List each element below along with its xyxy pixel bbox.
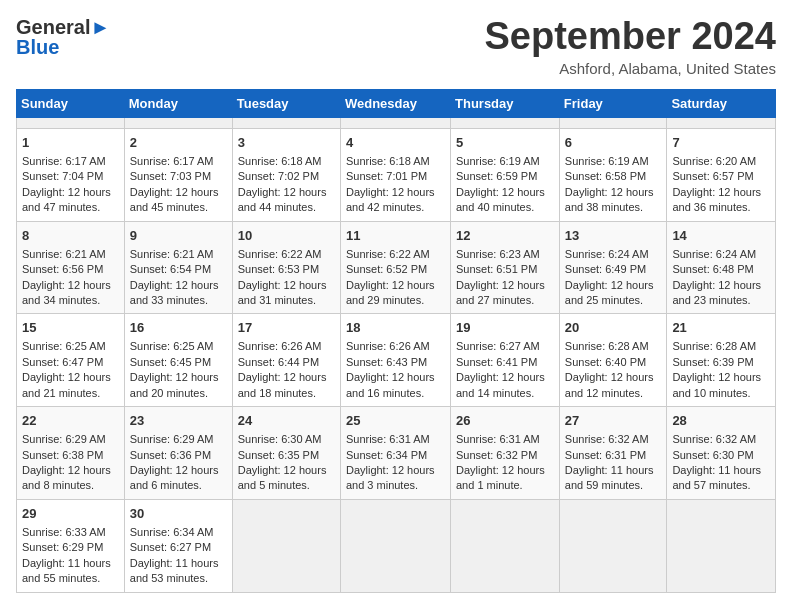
day-number: 14	[672, 227, 770, 245]
page-header: General► Blue September 2024 Ashford, Al…	[16, 16, 776, 77]
calendar-cell: 13Sunrise: 6:24 AMSunset: 6:49 PMDayligh…	[559, 221, 667, 314]
day-info: Sunset: 6:35 PM	[238, 448, 335, 463]
location-subtitle: Ashford, Alabama, United States	[485, 60, 777, 77]
day-number: 18	[346, 319, 445, 337]
day-info: Daylight: 12 hours and 44 minutes.	[238, 185, 335, 216]
day-info: Daylight: 12 hours and 27 minutes.	[456, 278, 554, 309]
day-number: 19	[456, 319, 554, 337]
day-info: Sunset: 6:54 PM	[130, 262, 227, 277]
calendar-cell	[340, 117, 450, 128]
day-number: 9	[130, 227, 227, 245]
calendar-cell	[17, 117, 125, 128]
calendar-cell: 7Sunrise: 6:20 AMSunset: 6:57 PMDaylight…	[667, 128, 776, 221]
day-info: Sunrise: 6:29 AM	[22, 432, 119, 447]
calendar-header: SundayMondayTuesdayWednesdayThursdayFrid…	[17, 89, 776, 117]
calendar-cell: 17Sunrise: 6:26 AMSunset: 6:44 PMDayligh…	[232, 314, 340, 407]
day-info: Sunrise: 6:30 AM	[238, 432, 335, 447]
day-number: 5	[456, 134, 554, 152]
day-number: 17	[238, 319, 335, 337]
day-info: Daylight: 12 hours and 10 minutes.	[672, 370, 770, 401]
calendar-cell	[667, 499, 776, 592]
day-info: Daylight: 12 hours and 5 minutes.	[238, 463, 335, 494]
day-info: Sunset: 6:53 PM	[238, 262, 335, 277]
day-info: Sunrise: 6:26 AM	[238, 339, 335, 354]
calendar-cell: 9Sunrise: 6:21 AMSunset: 6:54 PMDaylight…	[124, 221, 232, 314]
day-info: Daylight: 12 hours and 6 minutes.	[130, 463, 227, 494]
day-info: Daylight: 12 hours and 36 minutes.	[672, 185, 770, 216]
day-info: Daylight: 11 hours and 57 minutes.	[672, 463, 770, 494]
calendar-cell: 25Sunrise: 6:31 AMSunset: 6:34 PMDayligh…	[340, 407, 450, 500]
day-info: Sunrise: 6:26 AM	[346, 339, 445, 354]
day-info: Sunrise: 6:24 AM	[565, 247, 662, 262]
calendar-cell: 30Sunrise: 6:34 AMSunset: 6:27 PMDayligh…	[124, 499, 232, 592]
day-info: Sunrise: 6:34 AM	[130, 525, 227, 540]
day-info: Sunrise: 6:31 AM	[346, 432, 445, 447]
day-info: Daylight: 12 hours and 29 minutes.	[346, 278, 445, 309]
day-info: Sunrise: 6:32 AM	[672, 432, 770, 447]
calendar-cell: 27Sunrise: 6:32 AMSunset: 6:31 PMDayligh…	[559, 407, 667, 500]
day-info: Sunset: 6:38 PM	[22, 448, 119, 463]
day-info: Daylight: 12 hours and 34 minutes.	[22, 278, 119, 309]
col-header-tuesday: Tuesday	[232, 89, 340, 117]
day-info: Daylight: 12 hours and 8 minutes.	[22, 463, 119, 494]
col-header-friday: Friday	[559, 89, 667, 117]
day-number: 1	[22, 134, 119, 152]
week-row-2: 8Sunrise: 6:21 AMSunset: 6:56 PMDaylight…	[17, 221, 776, 314]
day-info: Sunrise: 6:25 AM	[130, 339, 227, 354]
day-info: Sunrise: 6:23 AM	[456, 247, 554, 262]
col-header-monday: Monday	[124, 89, 232, 117]
day-number: 7	[672, 134, 770, 152]
day-info: Sunset: 6:57 PM	[672, 169, 770, 184]
calendar-cell	[451, 117, 560, 128]
day-number: 24	[238, 412, 335, 430]
week-row-5: 29Sunrise: 6:33 AMSunset: 6:29 PMDayligh…	[17, 499, 776, 592]
day-number: 2	[130, 134, 227, 152]
day-number: 11	[346, 227, 445, 245]
day-info: Sunrise: 6:19 AM	[565, 154, 662, 169]
day-info: Daylight: 12 hours and 25 minutes.	[565, 278, 662, 309]
day-info: Daylight: 12 hours and 16 minutes.	[346, 370, 445, 401]
day-info: Sunrise: 6:22 AM	[346, 247, 445, 262]
calendar-cell: 1Sunrise: 6:17 AMSunset: 7:04 PMDaylight…	[17, 128, 125, 221]
calendar-cell: 18Sunrise: 6:26 AMSunset: 6:43 PMDayligh…	[340, 314, 450, 407]
calendar-cell	[451, 499, 560, 592]
day-info: Sunrise: 6:25 AM	[22, 339, 119, 354]
day-info: Sunrise: 6:28 AM	[565, 339, 662, 354]
day-number: 8	[22, 227, 119, 245]
day-info: Sunset: 6:49 PM	[565, 262, 662, 277]
day-info: Daylight: 12 hours and 12 minutes.	[565, 370, 662, 401]
calendar-cell: 24Sunrise: 6:30 AMSunset: 6:35 PMDayligh…	[232, 407, 340, 500]
day-info: Sunrise: 6:21 AM	[130, 247, 227, 262]
day-info: Sunset: 6:27 PM	[130, 540, 227, 555]
day-info: Sunset: 6:45 PM	[130, 355, 227, 370]
calendar-cell	[667, 117, 776, 128]
day-info: Sunset: 6:56 PM	[22, 262, 119, 277]
day-info: Sunrise: 6:18 AM	[346, 154, 445, 169]
day-info: Sunrise: 6:32 AM	[565, 432, 662, 447]
day-info: Sunrise: 6:33 AM	[22, 525, 119, 540]
day-info: Sunrise: 6:27 AM	[456, 339, 554, 354]
day-info: Sunrise: 6:18 AM	[238, 154, 335, 169]
day-info: Sunrise: 6:24 AM	[672, 247, 770, 262]
calendar-cell	[340, 499, 450, 592]
day-info: Sunset: 6:43 PM	[346, 355, 445, 370]
calendar-cell: 5Sunrise: 6:19 AMSunset: 6:59 PMDaylight…	[451, 128, 560, 221]
day-info: Sunrise: 6:28 AM	[672, 339, 770, 354]
day-info: Sunset: 7:03 PM	[130, 169, 227, 184]
col-header-saturday: Saturday	[667, 89, 776, 117]
day-info: Daylight: 12 hours and 47 minutes.	[22, 185, 119, 216]
calendar-cell: 6Sunrise: 6:19 AMSunset: 6:58 PMDaylight…	[559, 128, 667, 221]
day-info: Sunset: 6:41 PM	[456, 355, 554, 370]
col-header-wednesday: Wednesday	[340, 89, 450, 117]
calendar-table: SundayMondayTuesdayWednesdayThursdayFrid…	[16, 89, 776, 593]
day-number: 4	[346, 134, 445, 152]
calendar-cell: 10Sunrise: 6:22 AMSunset: 6:53 PMDayligh…	[232, 221, 340, 314]
calendar-cell: 29Sunrise: 6:33 AMSunset: 6:29 PMDayligh…	[17, 499, 125, 592]
col-header-sunday: Sunday	[17, 89, 125, 117]
day-info: Sunset: 6:47 PM	[22, 355, 119, 370]
week-row-0	[17, 117, 776, 128]
day-number: 28	[672, 412, 770, 430]
day-number: 21	[672, 319, 770, 337]
day-info: Sunset: 6:48 PM	[672, 262, 770, 277]
calendar-cell: 19Sunrise: 6:27 AMSunset: 6:41 PMDayligh…	[451, 314, 560, 407]
